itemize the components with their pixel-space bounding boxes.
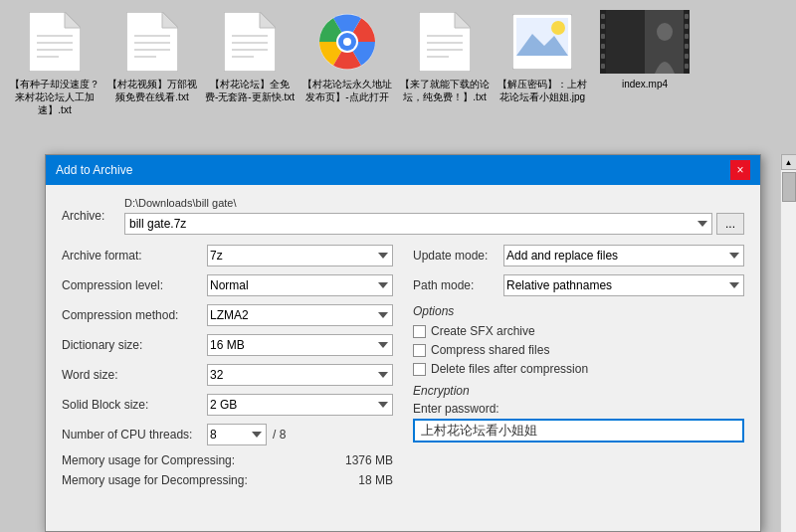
dialog-close-button[interactable]: ×	[730, 160, 750, 180]
update-mode-row: Update mode: Add and replace files	[413, 245, 744, 266]
left-column: Archive format: 7z Compression level: No…	[62, 245, 393, 493]
word-size-label: Word size:	[62, 368, 201, 382]
file-label-5: 【来了就能下载的论坛，纯免费！】.txt	[400, 78, 490, 103]
scrollbar[interactable]: ▲	[780, 154, 796, 532]
enter-password-label: Enter password:	[413, 402, 744, 416]
option-delete-checkbox[interactable]	[413, 363, 426, 376]
compression-level-row: Compression level: Normal	[62, 274, 393, 296]
option-shared-row: Compress shared files	[413, 343, 744, 357]
solid-block-label: Solid Block size:	[62, 398, 201, 412]
svg-rect-34	[600, 10, 645, 74]
update-mode-label: Update mode:	[413, 249, 498, 263]
file-label-3: 【村花论坛】全免费-无套路-更新快.txt	[205, 78, 295, 103]
chrome-icon	[315, 10, 379, 74]
memory-decompress-value: 18 MB	[358, 473, 393, 487]
encryption-title: Encryption	[413, 384, 744, 398]
txt-icon-3	[218, 10, 282, 74]
archive-format-select[interactable]: 7z	[207, 245, 393, 266]
dictionary-size-select[interactable]: 16 MB	[207, 334, 393, 356]
memory-decompress-label: Memory usage for Decompressing:	[62, 473, 248, 487]
memory-compress-label: Memory usage for Compressing:	[62, 453, 236, 467]
dialog-body: Archive: D:\Downloads\bill gate\ bill ga…	[46, 185, 760, 505]
svg-rect-42	[601, 64, 605, 69]
file-icon-4[interactable]: 【村花论坛永久地址发布页】-点此打开	[302, 10, 392, 103]
archive-format-row: Archive format: 7z	[62, 245, 393, 266]
dialog-titlebar: Add to Archive ×	[46, 155, 760, 185]
scrollbar-up-btn[interactable]: ▲	[781, 154, 797, 170]
archive-field-label: Archive:	[62, 209, 116, 223]
archive-path-row: bill gate.7z ...	[124, 213, 744, 235]
solid-block-row: Solid Block size: 2 GB	[62, 394, 393, 416]
word-size-select[interactable]: 32	[207, 364, 393, 386]
compression-method-select[interactable]: LZMA2	[207, 304, 393, 326]
svg-marker-1	[65, 12, 81, 28]
encryption-section: Encryption Enter password:	[413, 384, 744, 443]
memory-compress-row: Memory usage for Compressing: 1376 MB	[62, 453, 393, 467]
svg-rect-38	[601, 24, 605, 29]
svg-rect-41	[601, 54, 605, 59]
memory-compress-value: 1376 MB	[345, 453, 393, 467]
compression-level-select[interactable]: Normal	[207, 274, 393, 296]
option-shared-checkbox[interactable]	[413, 344, 426, 357]
svg-marker-7	[162, 12, 178, 28]
dialog-title: Add to Archive	[56, 163, 132, 177]
svg-rect-46	[685, 44, 689, 49]
two-column-layout: Archive format: 7z Compression level: No…	[62, 245, 744, 493]
file-label-1: 【有种子却没速度？来村花论坛人工加速】.txt	[10, 78, 100, 116]
compression-level-label: Compression level:	[62, 278, 201, 292]
svg-marker-23	[455, 12, 471, 28]
add-to-archive-dialog: Add to Archive × Archive: D:\Downloads\b…	[45, 154, 761, 532]
file-icon-6[interactable]: 【解压密码】：上村花论坛看小姐姐.jpg	[498, 10, 587, 103]
options-title: Options	[413, 304, 744, 318]
svg-rect-44	[685, 24, 689, 29]
file-label-2: 【村花视频】万部视频免费在线看.txt	[107, 78, 197, 103]
jpg-icon	[510, 10, 574, 74]
file-icon-2[interactable]: 【村花视频】万部视频免费在线看.txt	[107, 10, 197, 103]
archive-format-label: Archive format:	[62, 249, 201, 263]
archive-path-hint: D:\Downloads\bill gate\	[124, 197, 744, 209]
svg-rect-39	[601, 34, 605, 39]
word-size-row: Word size: 32	[62, 364, 393, 386]
video-thumbnail	[600, 10, 690, 74]
option-sfx-row: Create SFX archive	[413, 324, 744, 338]
svg-rect-45	[685, 34, 689, 39]
dictionary-size-label: Dictionary size:	[62, 338, 201, 352]
archive-row: Archive: D:\Downloads\bill gate\ bill ga…	[62, 197, 744, 235]
password-input[interactable]	[413, 419, 744, 443]
path-mode-select[interactable]: Relative pathnames	[503, 274, 744, 296]
options-section: Options Create SFX archive Compress shar…	[413, 304, 744, 376]
file-icon-1[interactable]: 【有种子却没速度？来村花论坛人工加速】.txt	[10, 10, 100, 116]
cpu-threads-label: Number of CPU threads:	[62, 428, 201, 442]
compression-method-label: Compression method:	[62, 308, 201, 322]
file-icon-3[interactable]: 【村花论坛】全免费-无套路-更新快.txt	[205, 10, 295, 103]
svg-marker-13	[260, 12, 276, 28]
compression-method-row: Compression method: LZMA2	[62, 304, 393, 326]
option-delete-label: Delete files after compression	[431, 362, 588, 376]
txt-icon-2	[120, 10, 184, 74]
right-column: Update mode: Add and replace files Path …	[413, 245, 744, 493]
file-icon-5[interactable]: 【来了就能下载的论坛，纯免费！】.txt	[400, 10, 490, 103]
solid-block-select[interactable]: 2 GB	[207, 394, 393, 416]
txt-icon-5	[413, 10, 477, 74]
file-label-6: 【解压密码】：上村花论坛看小姐姐.jpg	[498, 78, 587, 103]
svg-rect-43	[685, 14, 689, 19]
file-label-4: 【村花论坛永久地址发布页】-点此打开	[302, 78, 392, 103]
svg-rect-48	[685, 64, 689, 69]
update-mode-select[interactable]: Add and replace files	[503, 245, 744, 266]
option-shared-label: Compress shared files	[431, 343, 549, 357]
file-icon-7[interactable]: index.mp4	[595, 10, 695, 90]
svg-rect-47	[685, 54, 689, 59]
txt-icon-1	[23, 10, 87, 74]
option-sfx-checkbox[interactable]	[413, 325, 426, 338]
scrollbar-thumb[interactable]	[782, 172, 796, 202]
svg-point-49	[657, 23, 673, 41]
path-mode-label: Path mode:	[413, 278, 498, 292]
svg-point-21	[343, 38, 351, 46]
archive-path-select[interactable]: bill gate.7z	[124, 213, 712, 235]
svg-rect-40	[601, 44, 605, 49]
browse-button[interactable]: ...	[716, 213, 744, 235]
svg-rect-37	[601, 14, 605, 19]
svg-point-31	[551, 21, 565, 35]
memory-decompress-row: Memory usage for Decompressing: 18 MB	[62, 473, 393, 487]
cpu-threads-select[interactable]: 8	[207, 424, 267, 445]
